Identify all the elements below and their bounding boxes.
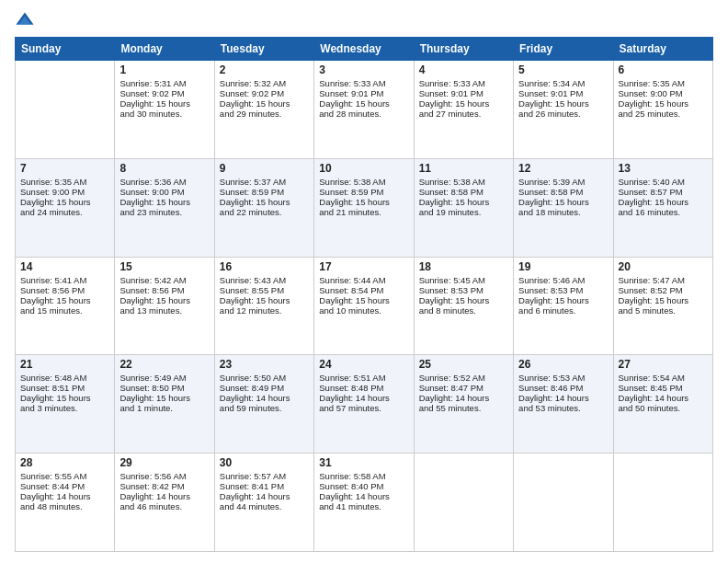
cell-info-line: and 41 minutes.: [319, 501, 408, 511]
day-number: 17: [319, 260, 408, 273]
cell-info-line: Daylight: 15 hours: [119, 393, 209, 403]
calendar-header-row: SundayMondayTuesdayWednesdayThursdayFrid…: [16, 38, 713, 61]
calendar-cell-5: 5Sunrise: 5:34 AMSunset: 9:01 PMDaylight…: [514, 61, 613, 159]
calendar-cell-18: 18Sunrise: 5:45 AMSunset: 8:53 PMDayligh…: [414, 257, 513, 355]
calendar-cell-21: 21Sunrise: 5:48 AMSunset: 8:51 PMDayligh…: [16, 355, 115, 454]
cell-info-line: and 18 minutes.: [518, 207, 608, 217]
cell-info-line: and 26 minutes.: [518, 109, 608, 119]
cell-info-line: Daylight: 15 hours: [619, 98, 708, 109]
cell-info-line: Sunrise: 5:57 AM: [220, 471, 309, 481]
day-number: 18: [419, 260, 508, 273]
cell-info-line: Daylight: 14 hours: [220, 491, 309, 501]
cell-info-line: and 46 minutes.: [119, 501, 209, 511]
cell-info-line: and 50 minutes.: [619, 403, 708, 413]
cell-info-line: Sunset: 9:01 PM: [319, 88, 408, 98]
cell-info-line: Sunset: 9:00 PM: [20, 187, 109, 197]
cell-info-line: Sunset: 8:41 PM: [220, 481, 309, 491]
cell-info-line: and 15 minutes.: [20, 305, 109, 316]
cell-info-line: and 23 minutes.: [119, 207, 209, 217]
day-number: 29: [119, 456, 209, 469]
day-number: 31: [319, 456, 408, 469]
col-header-thursday: Thursday: [414, 38, 513, 61]
cell-info-line: Sunset: 8:44 PM: [20, 481, 109, 491]
cell-info-line: Daylight: 15 hours: [518, 197, 608, 207]
calendar-cell-1: 1Sunrise: 5:31 AMSunset: 9:02 PMDaylight…: [115, 61, 214, 159]
cell-info-line: Daylight: 15 hours: [419, 295, 508, 305]
cell-info-line: and 1 minute.: [119, 403, 209, 413]
cell-info-line: Sunrise: 5:44 AM: [319, 275, 408, 285]
cell-info-line: Daylight: 15 hours: [319, 197, 408, 207]
cell-info-line: Sunrise: 5:54 AM: [619, 373, 708, 383]
cell-info-line: Sunset: 8:57 PM: [619, 187, 708, 197]
col-header-tuesday: Tuesday: [214, 38, 313, 61]
logo-icon: [15, 11, 35, 31]
cell-info-line: and 59 minutes.: [220, 403, 309, 413]
cell-info-line: and 53 minutes.: [518, 403, 608, 413]
cell-info-line: Sunrise: 5:56 AM: [119, 471, 209, 481]
cell-info-line: and 19 minutes.: [419, 207, 508, 217]
cell-info-line: Sunset: 8:58 PM: [518, 187, 608, 197]
cell-info-line: Sunrise: 5:39 AM: [518, 177, 608, 187]
cell-info-line: Daylight: 14 hours: [518, 393, 608, 403]
calendar-cell-29: 29Sunrise: 5:56 AMSunset: 8:42 PMDayligh…: [115, 454, 214, 552]
cell-info-line: Sunrise: 5:41 AM: [20, 275, 109, 285]
calendar-week-row: 1Sunrise: 5:31 AMSunset: 9:02 PMDaylight…: [16, 61, 713, 159]
cell-info-line: Sunset: 9:02 PM: [119, 88, 209, 98]
cell-info-line: Daylight: 14 hours: [419, 393, 508, 403]
cell-info-line: Sunrise: 5:45 AM: [419, 275, 508, 285]
calendar-cell-8: 8Sunrise: 5:36 AMSunset: 9:00 PMDaylight…: [115, 158, 214, 257]
cell-info-line: and 44 minutes.: [220, 501, 309, 511]
day-number: 30: [220, 456, 309, 469]
cell-info-line: and 30 minutes.: [119, 109, 209, 119]
cell-info-line: Daylight: 14 hours: [619, 393, 708, 403]
calendar-cell-2: 2Sunrise: 5:32 AMSunset: 9:02 PMDaylight…: [214, 61, 313, 159]
calendar-cell-28: 28Sunrise: 5:55 AMSunset: 8:44 PMDayligh…: [16, 454, 115, 552]
col-header-monday: Monday: [115, 38, 214, 61]
calendar-cell-23: 23Sunrise: 5:50 AMSunset: 8:49 PMDayligh…: [214, 355, 313, 454]
cell-info-line: Daylight: 15 hours: [518, 295, 608, 305]
cell-info-line: Sunrise: 5:46 AM: [518, 275, 608, 285]
calendar-cell-31: 31Sunrise: 5:58 AMSunset: 8:40 PMDayligh…: [314, 454, 414, 552]
calendar-cell-4: 4Sunrise: 5:33 AMSunset: 9:01 PMDaylight…: [414, 61, 513, 159]
col-header-sunday: Sunday: [16, 38, 115, 61]
cell-info-line: and 22 minutes.: [220, 207, 309, 217]
logo: [15, 11, 39, 31]
cell-info-line: Sunrise: 5:34 AM: [518, 78, 608, 88]
calendar-cell-7: 7Sunrise: 5:35 AMSunset: 9:00 PMDaylight…: [16, 158, 115, 257]
empty-cell: [16, 61, 115, 159]
cell-info-line: and 13 minutes.: [119, 305, 209, 316]
calendar-week-row: 21Sunrise: 5:48 AMSunset: 8:51 PMDayligh…: [16, 355, 713, 454]
day-number: 5: [518, 63, 608, 76]
cell-info-line: Daylight: 15 hours: [319, 295, 408, 305]
calendar-week-row: 7Sunrise: 5:35 AMSunset: 9:00 PMDaylight…: [16, 158, 713, 257]
cell-info-line: and 55 minutes.: [419, 403, 508, 413]
cell-info-line: Daylight: 15 hours: [119, 197, 209, 207]
day-number: 25: [419, 358, 508, 371]
calendar-cell-6: 6Sunrise: 5:35 AMSunset: 9:00 PMDaylight…: [613, 61, 712, 159]
empty-cell: [414, 454, 513, 552]
cell-info-line: Sunrise: 5:38 AM: [419, 177, 508, 187]
cell-info-line: Daylight: 15 hours: [220, 98, 309, 109]
cell-info-line: Sunset: 8:46 PM: [518, 383, 608, 393]
cell-info-line: and 6 minutes.: [518, 305, 608, 316]
header: [15, 11, 713, 31]
cell-info-line: Daylight: 15 hours: [220, 295, 309, 305]
cell-info-line: Daylight: 14 hours: [319, 393, 408, 403]
cell-info-line: Daylight: 15 hours: [119, 295, 209, 305]
cell-info-line: Sunset: 8:52 PM: [619, 285, 708, 295]
day-number: 6: [619, 63, 708, 76]
day-number: 4: [419, 63, 508, 76]
cell-info-line: Daylight: 14 hours: [20, 491, 109, 501]
cell-info-line: Sunset: 9:01 PM: [518, 88, 608, 98]
cell-info-line: and 27 minutes.: [419, 109, 508, 119]
calendar-cell-3: 3Sunrise: 5:33 AMSunset: 9:01 PMDaylight…: [314, 61, 414, 159]
day-number: 22: [119, 358, 209, 371]
cell-info-line: Sunrise: 5:42 AM: [119, 275, 209, 285]
empty-cell: [613, 454, 712, 552]
day-number: 2: [220, 63, 309, 76]
calendar-cell-12: 12Sunrise: 5:39 AMSunset: 8:58 PMDayligh…: [514, 158, 613, 257]
calendar-cell-10: 10Sunrise: 5:38 AMSunset: 8:59 PMDayligh…: [314, 158, 414, 257]
day-number: 3: [319, 63, 408, 76]
calendar-cell-17: 17Sunrise: 5:44 AMSunset: 8:54 PMDayligh…: [314, 257, 414, 355]
cell-info-line: Sunset: 9:02 PM: [220, 88, 309, 98]
